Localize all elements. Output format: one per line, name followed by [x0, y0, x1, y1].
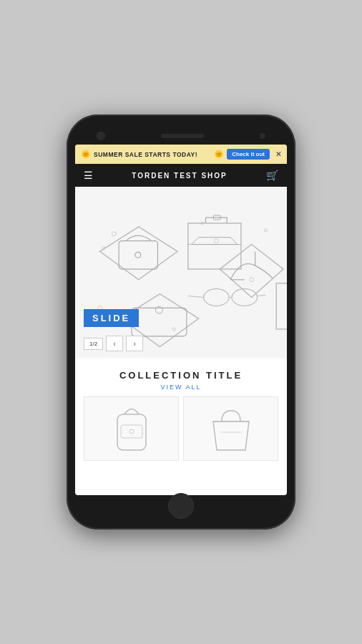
shop-title: TORDEN TEST SHOP — [132, 172, 228, 180]
slide-label: SLIDE — [84, 309, 139, 327]
slide-prev-button[interactable]: ‹ — [106, 336, 123, 351]
speaker-grille — [161, 134, 204, 138]
banner-close-button[interactable]: ✕ — [275, 150, 281, 158]
slide-controls: 1/2 ‹ › — [84, 336, 143, 351]
front-camera — [97, 132, 105, 140]
hamburger-icon[interactable]: ☰ — [84, 170, 93, 181]
product-grid — [84, 396, 278, 461]
top-nav: ☰ TORDEN TEST SHOP 🛒 — [75, 164, 287, 187]
product-illustration-1 — [107, 400, 157, 457]
promo-banner: 🌞 SUMMER SALE STARTS TODAY! 🌞 Check it o… — [75, 145, 287, 164]
banner-text: SUMMER SALE STARTS TODAY! — [94, 151, 211, 158]
svg-rect-28 — [117, 414, 146, 450]
home-button[interactable] — [168, 493, 194, 519]
cart-icon[interactable]: 🛒 — [266, 170, 278, 181]
sensor — [260, 133, 265, 139]
svg-point-30 — [129, 429, 134, 434]
slide-next-button[interactable]: › — [126, 336, 143, 351]
slide-illustration — [75, 187, 287, 358]
view-all-link[interactable]: VIEW ALL — [84, 384, 278, 391]
product-illustration-2 — [206, 400, 256, 457]
product-card-1[interactable] — [84, 396, 179, 461]
collection-title: COLLECTION TITLE — [84, 370, 278, 381]
product-card-2[interactable] — [183, 396, 278, 461]
phone-screen: 🌞 SUMMER SALE STARTS TODAY! 🌞 Check it o… — [75, 145, 287, 495]
hero-slide: SLIDE 1/2 ‹ › — [75, 187, 287, 358]
collection-section: COLLECTION TITLE VIEW ALL — [75, 358, 287, 467]
phone-frame: 🌞 SUMMER SALE STARTS TODAY! 🌞 Check it o… — [67, 114, 295, 530]
phone-top-bar — [75, 127, 287, 145]
slide-counter: 1/2 — [84, 338, 103, 350]
sun-icon-right: 🌞 — [214, 150, 224, 159]
phone-bottom-bar — [75, 495, 287, 517]
svg-rect-29 — [121, 425, 142, 438]
sun-icon-left: 🌞 — [81, 150, 91, 159]
check-it-out-button[interactable]: Check it out — [227, 149, 270, 160]
